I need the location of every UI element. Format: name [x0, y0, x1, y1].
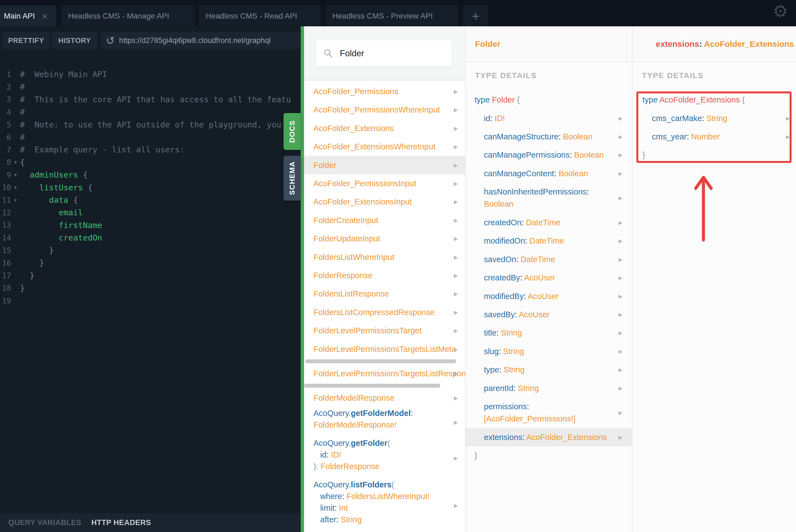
expand-arrow-icon[interactable]: ▶ — [454, 217, 458, 223]
expand-arrow-icon[interactable]: ▶ — [618, 219, 623, 226]
editor-line[interactable]: 3# This is the core API that has access … — [0, 93, 301, 106]
type-field-row[interactable]: type Folder { — [466, 91, 632, 109]
doc-search-box[interactable] — [316, 40, 452, 66]
expand-arrow-icon[interactable]: ▶ — [618, 348, 623, 355]
type-field-row[interactable]: canManageContent: Boolean▶ — [466, 164, 632, 183]
expand-arrow-icon[interactable]: ▶ — [618, 366, 623, 373]
expand-arrow-icon[interactable]: ▶ — [618, 434, 623, 440]
type-field-row[interactable]: cms_year: Number▶ — [632, 128, 796, 146]
type-field-row[interactable]: hasNonInheritedPermissions:Boolean▶ — [466, 183, 632, 213]
doc-list-item[interactable]: AcoFolder_PermissionsWhereInput▶ — [304, 100, 465, 119]
close-icon[interactable]: × — [42, 11, 48, 21]
expand-arrow-icon[interactable]: ▶ — [454, 327, 458, 334]
doc-list-item[interactable]: FolderResponse▶ — [304, 266, 465, 285]
editor-line[interactable]: 5# Note: to use the API outside of the p… — [0, 118, 301, 131]
expand-arrow-icon[interactable]: ▶ — [618, 238, 623, 244]
type-field-row[interactable]: type AcoFolder_Extensions { — [632, 91, 796, 109]
expand-arrow-icon[interactable]: ▶ — [454, 419, 458, 425]
expand-arrow-icon[interactable]: ▶ — [454, 199, 458, 205]
tab-main-api[interactable]: Main API × — [0, 5, 56, 26]
doc-list-item[interactable]: AcoQuery.getFolder( id: ID!): FolderResp… — [304, 437, 465, 479]
expand-arrow-icon[interactable]: ▶ — [454, 455, 458, 461]
editor-line[interactable]: 13 firstName — [0, 219, 301, 232]
type-field-row[interactable]: slug: String▶ — [466, 342, 632, 360]
expand-arrow-icon[interactable]: ▶ — [454, 162, 458, 168]
expand-arrow-icon[interactable]: ▶ — [618, 410, 623, 416]
type-field-row[interactable]: } — [632, 146, 796, 164]
expand-arrow-icon[interactable]: ▶ — [618, 293, 623, 299]
type-field-row[interactable]: modifiedBy: AcoUser▶ — [466, 287, 632, 305]
doc-list-item[interactable]: AcoFolder_ExtensionsWhereInput▶ — [304, 137, 465, 156]
expand-arrow-icon[interactable]: ▶ — [454, 291, 458, 297]
editor-line[interactable]: 7# Example query - list all users: — [0, 143, 301, 156]
type-field-row[interactable]: createdOn: DateTime▶ — [466, 213, 632, 232]
fold-arrow-icon[interactable]: ▾ — [11, 197, 20, 203]
expand-arrow-icon[interactable]: ▶ — [454, 254, 458, 260]
expand-arrow-icon[interactable]: ▶ — [454, 180, 458, 187]
doc-list-item[interactable]: AcoFolder_PermissionsInput▶ — [304, 174, 465, 193]
expand-arrow-icon[interactable]: ▶ — [618, 115, 623, 121]
expand-arrow-icon[interactable]: ▶ — [618, 195, 623, 201]
expand-arrow-icon[interactable]: ▶ — [454, 125, 458, 131]
doc-list-item[interactable]: AcoFolder_Permissions▶ — [304, 82, 465, 100]
type-field-row[interactable]: createdBy: AcoUser▶ — [466, 268, 632, 287]
horizontal-scrollbar-thumb[interactable] — [304, 384, 440, 388]
editor-line[interactable]: 9▾ adminUsers { — [0, 169, 301, 181]
schema-side-tab[interactable]: SCHEMA — [284, 156, 301, 201]
doc-search-input[interactable] — [339, 48, 446, 59]
editor-line[interactable]: 12 email — [0, 206, 301, 219]
expand-arrow-icon[interactable]: ▶ — [454, 144, 458, 150]
type-field-row[interactable]: canManagePermissions: Boolean▶ — [466, 146, 632, 164]
expand-arrow-icon[interactable]: ▶ — [618, 311, 623, 318]
type-field-row[interactable]: modifiedOn: DateTime▶ — [466, 232, 632, 250]
editor-line[interactable]: 8▾{ — [0, 156, 301, 169]
doc-list-item[interactable]: FolderLevelPermissionsTargetsListMeta▶ — [304, 340, 465, 358]
expand-arrow-icon[interactable]: ▶ — [618, 133, 623, 140]
editor-line[interactable]: 15 } — [0, 244, 301, 257]
graphql-query-editor[interactable]: 1# Webiny Main API2#3# This is the core … — [0, 41, 301, 513]
editor-line[interactable]: 4# — [0, 106, 301, 118]
doc-list-item[interactable]: AcoFolder_Extensions▶ — [304, 119, 465, 137]
editor-line[interactable]: 19 — [0, 294, 301, 307]
expand-arrow-icon[interactable]: ▶ — [454, 88, 458, 94]
tab-headless-cms-manage-api[interactable]: Headless CMS - Manage API — [61, 5, 195, 26]
doc-list-item[interactable]: FolderUpdateInput▶ — [304, 229, 465, 248]
docs-panel-divider[interactable] — [301, 26, 304, 532]
doc-list-item[interactable]: FolderModelResponse▶ — [304, 389, 465, 407]
doc-list-item[interactable]: FolderLevelPermissionsTargetsListRespons… — [304, 364, 465, 383]
expand-arrow-icon[interactable]: ▶ — [454, 107, 458, 113]
doc-list-item[interactable]: FolderLevelPermissionsTarget▶ — [304, 321, 465, 340]
expand-arrow-icon[interactable]: ▶ — [618, 330, 623, 336]
type-field-row[interactable]: extensions: AcoFolder_Extensions▶ — [466, 428, 632, 446]
type-field-row[interactable]: type: String▶ — [466, 360, 632, 379]
expand-arrow-icon[interactable]: ▶ — [454, 370, 458, 377]
expand-arrow-icon[interactable]: ▶ — [618, 274, 623, 281]
type-field-row[interactable]: id: ID!▶ — [466, 109, 632, 127]
editor-line[interactable]: 2# — [0, 80, 301, 93]
expand-arrow-icon[interactable]: ▶ — [454, 309, 458, 315]
doc-list-item[interactable]: AcoQuery.getFolderModel:FolderModelRespo… — [304, 407, 465, 437]
expand-arrow-icon[interactable]: ▶ — [618, 256, 623, 262]
type-field-row[interactable]: title: String▶ — [466, 324, 632, 342]
doc-list-item[interactable]: FoldersListWhereInput▶ — [304, 248, 465, 266]
type-field-row[interactable]: cms_carMake: String▶ — [632, 109, 796, 127]
expand-arrow-icon[interactable]: ▶ — [786, 115, 790, 121]
query-variables-tab[interactable]: QUERY VARIABLES — [8, 518, 81, 527]
doc-list-item[interactable]: AcoQuery.listFolders( where: FoldersList… — [304, 479, 465, 532]
type-field-row[interactable]: permissions:[AcoFolder_Permissions!]▶ — [466, 397, 632, 428]
tab-headless-cms-read-api[interactable]: Headless CMS - Read API — [199, 5, 321, 26]
doc-list-item[interactable]: AcoFolder_ExtensionsInput▶ — [304, 193, 465, 211]
doc-list-item[interactable]: FoldersListResponse▶ — [304, 285, 465, 303]
horizontal-scrollbar-thumb[interactable] — [305, 359, 456, 363]
expand-arrow-icon[interactable]: ▶ — [618, 170, 623, 176]
docs-side-tab[interactable]: DOCS — [284, 113, 301, 150]
expand-arrow-icon[interactable]: ▶ — [618, 385, 623, 391]
expand-arrow-icon[interactable]: ▶ — [454, 272, 458, 279]
doc-list-item[interactable]: Folder▶ — [304, 156, 465, 174]
tab-headless-cms-preview-api[interactable]: Headless CMS - Preview API — [326, 5, 458, 26]
type-field-row[interactable]: canManageStructure: Boolean▶ — [466, 128, 632, 146]
expand-arrow-icon[interactable]: ▶ — [454, 395, 458, 401]
fold-arrow-icon[interactable]: ▾ — [11, 159, 20, 166]
fold-arrow-icon[interactable]: ▾ — [11, 172, 20, 178]
editor-line[interactable]: 18} — [0, 282, 301, 294]
